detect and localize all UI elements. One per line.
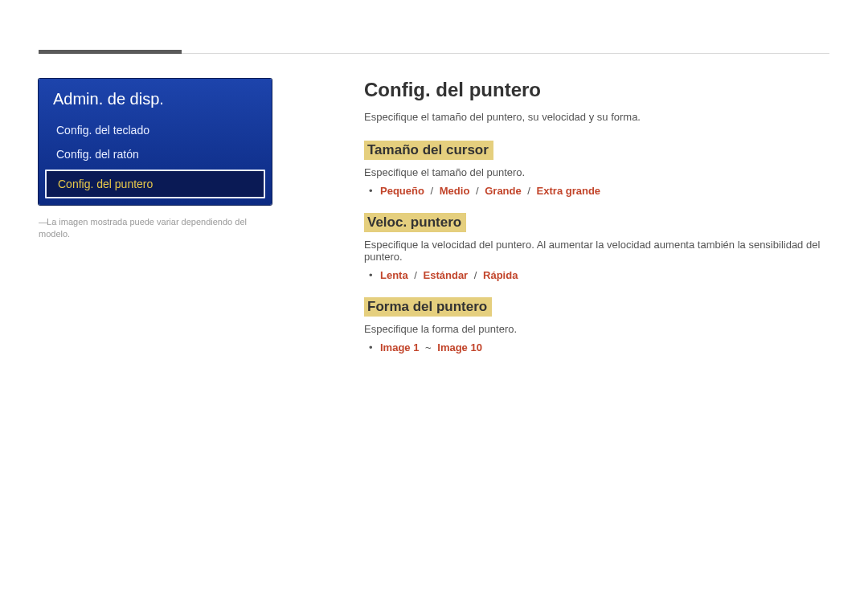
osd-menu-item-puntero[interactable]: Config. del puntero [45, 170, 265, 198]
section-veloc-puntero: Veloc. puntero Especifique la velocidad … [364, 213, 829, 281]
section-desc: Especifique la forma del puntero. [364, 323, 829, 335]
option-sep: / [428, 185, 437, 197]
option-value: Estándar [424, 269, 469, 281]
option-value: Grande [485, 185, 522, 197]
header-rule-accent [39, 50, 182, 54]
option-sep: / [473, 185, 482, 197]
sidebar-footnote: La imagen mostrada puede variar dependie… [39, 216, 272, 241]
section-options: Pequeño / Medio / Grande / Extra grande [364, 185, 829, 197]
section-forma-puntero: Forma del puntero Especifique la forma d… [364, 297, 829, 353]
page-title: Config. del puntero [364, 79, 829, 101]
option-sep: / [411, 269, 420, 281]
page-lead: Especifique el tamaño del puntero, su ve… [364, 111, 829, 123]
osd-menu-title: Admin. de disp. [39, 79, 272, 118]
option-value: Lenta [380, 269, 408, 281]
osd-menu-item-teclado[interactable]: Config. del teclado [39, 118, 272, 142]
osd-menu: Admin. de disp. Config. del teclado Conf… [39, 79, 272, 205]
section-heading: Veloc. puntero [364, 213, 466, 232]
option-sep: / [524, 185, 534, 197]
main-content: Config. del puntero Especifique el tamañ… [364, 79, 829, 370]
section-options: Image 1 ~ Image 10 [364, 341, 829, 353]
osd-menu-item-raton[interactable]: Config. del ratón [39, 142, 272, 166]
option-value: Medio [440, 185, 470, 197]
section-heading: Forma del puntero [364, 297, 492, 317]
option-sep: ~ [422, 341, 435, 353]
sidebar: Admin. de disp. Config. del teclado Conf… [39, 79, 272, 241]
option-value: Image 10 [437, 341, 482, 353]
option-value: Extra grande [537, 185, 600, 197]
section-options: Lenta / Estándar / Rápida [364, 269, 829, 281]
section-tamano-cursor: Tamaño del cursor Especifique el tamaño … [364, 141, 829, 197]
section-desc: Especifique la velocidad del puntero. Al… [364, 239, 829, 263]
option-value: Pequeño [380, 185, 424, 197]
page-body: Admin. de disp. Config. del teclado Conf… [39, 79, 829, 370]
section-desc: Especifique el tamaño del puntero. [364, 166, 829, 178]
option-sep: / [471, 269, 481, 281]
option-value: Image 1 [380, 341, 419, 353]
section-heading: Tamaño del cursor [364, 141, 493, 160]
option-value: Rápida [483, 269, 518, 281]
